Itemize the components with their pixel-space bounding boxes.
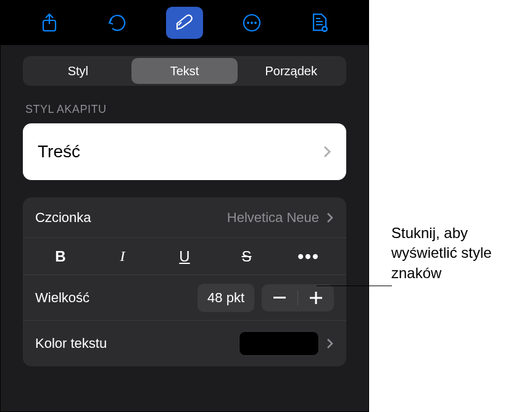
- more-text-options-button[interactable]: •••: [283, 244, 334, 270]
- strikethrough-button[interactable]: S: [222, 244, 272, 270]
- inspector-tabs: Styl Tekst Porządek: [23, 56, 346, 86]
- undo-button[interactable]: [99, 7, 136, 39]
- svg-point-2: [247, 22, 249, 24]
- callout-text: Stuknij, aby wyświetlić style znaków: [391, 223, 527, 283]
- italic-button[interactable]: I: [98, 244, 148, 270]
- minus-icon: [273, 297, 286, 299]
- chevron-right-icon: [323, 145, 331, 159]
- font-row[interactable]: Czcionka Helvetica Neue: [23, 197, 346, 238]
- top-toolbar: [1, 1, 368, 45]
- more-icon: [242, 13, 262, 33]
- size-increase-button[interactable]: [298, 284, 334, 311]
- svg-point-3: [251, 22, 253, 24]
- underline-button[interactable]: U: [159, 244, 210, 270]
- plus-icon: [310, 292, 322, 304]
- document-button[interactable]: [301, 7, 338, 39]
- tab-style[interactable]: Styl: [25, 58, 131, 84]
- text-style-group: Czcionka Helvetica Neue B I U S ••• Wiel…: [23, 197, 346, 366]
- more-button[interactable]: [233, 7, 270, 39]
- share-button[interactable]: [31, 7, 68, 39]
- size-row: Wielkość 48 pkt: [23, 275, 346, 321]
- font-label: Czcionka: [35, 210, 227, 226]
- text-color-label: Kolor tekstu: [35, 336, 239, 352]
- paragraph-style-heading: STYL AKAPITU: [25, 103, 344, 116]
- font-value: Helvetica Neue: [227, 210, 319, 226]
- format-brush-icon: [174, 14, 195, 32]
- format-button[interactable]: [166, 7, 203, 39]
- size-value[interactable]: 48 pkt: [197, 284, 254, 312]
- document-icon: [310, 12, 329, 33]
- svg-rect-9: [315, 292, 317, 304]
- format-buttons-row: B I U S •••: [23, 238, 346, 275]
- svg-point-4: [255, 22, 257, 24]
- text-color-row[interactable]: Kolor tekstu: [23, 321, 346, 366]
- paragraph-style-picker[interactable]: Treść: [23, 123, 346, 180]
- bold-button[interactable]: B: [35, 244, 86, 270]
- format-panel: Styl Tekst Porządek STYL AKAPITU Treść C…: [0, 0, 369, 412]
- svg-rect-7: [273, 297, 286, 299]
- callout-leader-line: [317, 286, 392, 286]
- undo-icon: [107, 13, 127, 33]
- svg-point-6: [323, 28, 326, 31]
- chevron-right-icon: [326, 212, 334, 223]
- tab-arrange[interactable]: Porządek: [238, 58, 344, 84]
- text-color-swatch[interactable]: [239, 331, 319, 356]
- size-label: Wielkość: [35, 290, 197, 306]
- tab-text[interactable]: Tekst: [131, 58, 238, 84]
- size-decrease-button[interactable]: [262, 284, 297, 311]
- chevron-right-icon: [326, 338, 334, 349]
- size-stepper: [262, 284, 334, 311]
- share-icon: [41, 13, 58, 33]
- paragraph-style-value: Treść: [38, 142, 323, 162]
